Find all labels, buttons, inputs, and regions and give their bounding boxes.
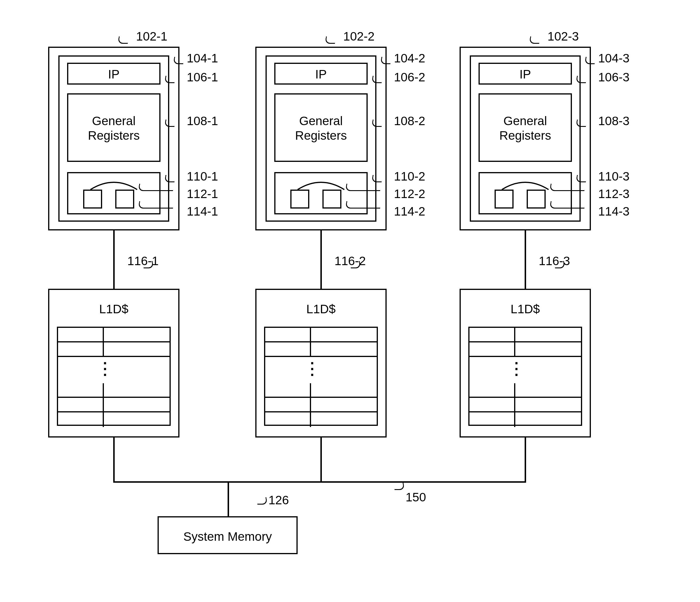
ref-tick xyxy=(549,184,585,191)
ip-label-2: IP xyxy=(274,67,368,82)
ref-116-1: 116-1 xyxy=(121,254,165,268)
cell-arc-3 xyxy=(499,178,551,192)
bus-drop-2 xyxy=(320,438,322,481)
ip-label-3: IP xyxy=(478,67,572,82)
ref-tick xyxy=(118,36,129,44)
ref-114-1: 114-1 xyxy=(187,204,230,219)
cell-arc-1 xyxy=(88,178,140,192)
conn-cpu-l1-2 xyxy=(320,230,322,289)
ref-tick xyxy=(529,36,541,44)
ref-110-1: 110-1 xyxy=(187,169,230,184)
ref-114-3: 114-3 xyxy=(598,204,642,219)
ref-tick xyxy=(549,201,585,209)
l1d-label-1: L1D$ xyxy=(48,302,179,316)
ref-102-3: 102-3 xyxy=(541,29,585,44)
ref-126: 126 xyxy=(269,493,298,507)
ref-116-2: 116-2 xyxy=(328,254,372,268)
ref-108-2: 108-2 xyxy=(394,114,438,128)
ref-102-2: 102-2 xyxy=(337,29,381,44)
ref-106-2: 106-2 xyxy=(394,70,438,85)
table-dots-3: ··· xyxy=(514,357,519,381)
ref-tick xyxy=(138,201,174,209)
ref-104-1: 104-1 xyxy=(187,51,230,66)
ref-112-2: 112-2 xyxy=(394,187,438,201)
table-dots-2: ··· xyxy=(309,357,315,381)
ref-150: 150 xyxy=(406,490,435,504)
ref-108-3: 108-3 xyxy=(598,114,642,128)
ref-tick xyxy=(256,497,268,504)
gr-label-3: General Registers xyxy=(478,114,572,143)
bus-drop-1 xyxy=(113,438,115,481)
cache-table-1 xyxy=(57,327,171,426)
gr-label-1: General Registers xyxy=(67,114,160,143)
cache-table-3 xyxy=(468,327,582,426)
system-memory-label: System Memory xyxy=(157,529,298,544)
ref-106-3: 106-3 xyxy=(598,70,642,85)
ref-114-2: 114-2 xyxy=(394,204,438,219)
ref-104-3: 104-3 xyxy=(598,51,642,66)
ref-tick xyxy=(138,184,174,191)
bus-horizontal xyxy=(113,481,526,483)
ref-tick xyxy=(345,184,381,191)
ref-102-1: 102-1 xyxy=(130,29,174,44)
ref-116-3: 116-3 xyxy=(532,254,576,268)
ref-110-2: 110-2 xyxy=(394,169,438,184)
ref-110-3: 110-3 xyxy=(598,169,642,184)
gr-label-2: General Registers xyxy=(274,114,368,143)
ref-tick xyxy=(393,483,405,490)
ref-tick xyxy=(345,201,381,209)
ref-104-2: 104-2 xyxy=(394,51,438,66)
cell-arc-2 xyxy=(295,178,347,192)
ref-112-3: 112-3 xyxy=(598,187,642,201)
conn-cpu-l1-3 xyxy=(525,230,526,289)
ref-106-1: 106-1 xyxy=(187,70,230,85)
cache-table-2 xyxy=(264,327,378,426)
ip-label-1: IP xyxy=(67,67,160,82)
table-dots-1: ··· xyxy=(102,357,108,381)
ref-112-1: 112-1 xyxy=(187,187,230,201)
l1d-label-2: L1D$ xyxy=(255,302,386,316)
conn-cpu-l1-1 xyxy=(113,230,115,289)
bus-drop-3 xyxy=(525,438,526,481)
bus-to-mem xyxy=(228,481,229,516)
ref-108-1: 108-1 xyxy=(187,114,230,128)
ref-tick xyxy=(325,36,336,44)
l1d-label-3: L1D$ xyxy=(459,302,591,316)
